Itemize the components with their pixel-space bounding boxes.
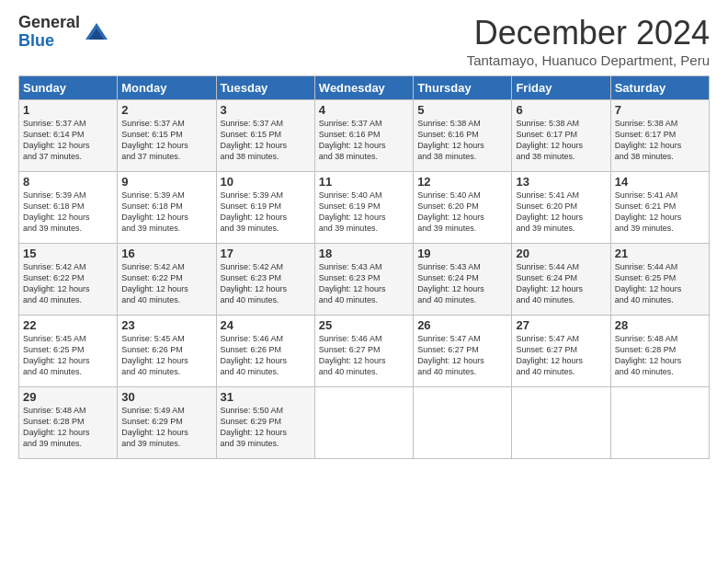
logo: General Blue [18,14,109,51]
day-number: 16 [121,247,211,260]
table-cell: 5Sunrise: 5:38 AM Sunset: 6:16 PM Daylig… [414,100,512,172]
day-number: 26 [417,318,507,332]
day-info: Sunrise: 5:44 AM Sunset: 6:25 PM Dayligh… [615,261,705,306]
day-info: Sunrise: 5:39 AM Sunset: 6:18 PM Dayligh… [23,190,113,235]
col-saturday: Saturday [610,76,709,100]
table-cell: 21Sunrise: 5:44 AM Sunset: 6:25 PM Dayli… [610,244,709,316]
day-number: 28 [615,318,705,332]
day-number: 19 [417,247,507,260]
table-cell: 8Sunrise: 5:39 AM Sunset: 6:18 PM Daylig… [19,172,118,244]
col-monday: Monday [118,76,216,100]
day-info: Sunrise: 5:45 AM Sunset: 6:26 PM Dayligh… [121,333,211,378]
day-number: 14 [615,175,705,189]
table-cell: 27Sunrise: 5:47 AM Sunset: 6:27 PM Dayli… [512,316,610,387]
table-cell: 25Sunrise: 5:46 AM Sunset: 6:27 PM Dayli… [314,316,413,387]
table-cell: 4Sunrise: 5:37 AM Sunset: 6:16 PM Daylig… [314,100,413,172]
table-row: 8Sunrise: 5:39 AM Sunset: 6:18 PM Daylig… [19,172,710,244]
calendar-page: General Blue December 2024 Tantamayo, Hu… [0,0,728,563]
table-cell: 15Sunrise: 5:42 AM Sunset: 6:22 PM Dayli… [19,244,118,316]
day-number: 31 [221,390,311,404]
day-info: Sunrise: 5:49 AM Sunset: 6:29 PM Dayligh… [121,405,211,450]
day-info: Sunrise: 5:45 AM Sunset: 6:25 PM Dayligh… [23,333,113,378]
day-info: Sunrise: 5:47 AM Sunset: 6:27 PM Dayligh… [516,333,606,378]
table-cell: 18Sunrise: 5:43 AM Sunset: 6:23 PM Dayli… [314,244,413,316]
day-info: Sunrise: 5:40 AM Sunset: 6:19 PM Dayligh… [319,190,409,235]
day-info: Sunrise: 5:39 AM Sunset: 6:19 PM Dayligh… [221,190,311,235]
day-number: 6 [516,103,606,117]
table-cell: 30Sunrise: 5:49 AM Sunset: 6:29 PM Dayli… [118,387,216,459]
header-row: Sunday Monday Tuesday Wednesday Thursday… [19,76,710,100]
table-cell: 6Sunrise: 5:38 AM Sunset: 6:17 PM Daylig… [512,100,610,172]
logo-general-text: General [18,14,80,32]
day-info: Sunrise: 5:38 AM Sunset: 6:17 PM Dayligh… [615,118,705,163]
table-cell [414,387,512,459]
day-number: 22 [23,318,113,332]
table-cell [314,387,413,459]
day-number: 23 [121,318,211,332]
col-thursday: Thursday [414,76,512,100]
day-info: Sunrise: 5:38 AM Sunset: 6:17 PM Dayligh… [516,118,606,163]
table-cell: 17Sunrise: 5:42 AM Sunset: 6:23 PM Dayli… [216,244,314,316]
day-number: 13 [516,175,606,189]
day-info: Sunrise: 5:43 AM Sunset: 6:24 PM Dayligh… [417,261,507,306]
day-number: 17 [221,247,311,260]
day-info: Sunrise: 5:39 AM Sunset: 6:18 PM Dayligh… [121,190,211,235]
table-cell: 23Sunrise: 5:45 AM Sunset: 6:26 PM Dayli… [118,316,216,387]
table-cell: 29Sunrise: 5:48 AM Sunset: 6:28 PM Dayli… [19,387,118,459]
day-number: 8 [23,175,113,189]
day-number: 18 [319,247,409,260]
day-info: Sunrise: 5:50 AM Sunset: 6:29 PM Dayligh… [221,405,311,450]
day-number: 25 [319,318,409,332]
table-cell: 31Sunrise: 5:50 AM Sunset: 6:29 PM Dayli… [216,387,314,459]
day-info: Sunrise: 5:42 AM Sunset: 6:22 PM Dayligh… [23,261,113,306]
day-info: Sunrise: 5:37 AM Sunset: 6:15 PM Dayligh… [121,118,211,163]
day-info: Sunrise: 5:46 AM Sunset: 6:27 PM Dayligh… [319,333,409,378]
table-cell: 22Sunrise: 5:45 AM Sunset: 6:25 PM Dayli… [19,316,118,387]
table-row: 1Sunrise: 5:37 AM Sunset: 6:14 PM Daylig… [19,100,710,172]
table-cell: 2Sunrise: 5:37 AM Sunset: 6:15 PM Daylig… [118,100,216,172]
day-info: Sunrise: 5:41 AM Sunset: 6:20 PM Dayligh… [516,190,606,235]
day-number: 3 [221,103,311,117]
day-info: Sunrise: 5:37 AM Sunset: 6:15 PM Dayligh… [221,118,311,163]
table-cell: 7Sunrise: 5:38 AM Sunset: 6:17 PM Daylig… [610,100,709,172]
day-number: 9 [121,175,211,189]
day-number: 5 [417,103,507,117]
logo-icon [84,19,109,45]
day-number: 7 [615,103,705,117]
table-cell: 26Sunrise: 5:47 AM Sunset: 6:27 PM Dayli… [414,316,512,387]
logo-blue-text: Blue [18,32,80,51]
subtitle: Tantamayo, Huanuco Department, Peru [467,52,710,68]
day-number: 30 [121,390,211,404]
day-info: Sunrise: 5:47 AM Sunset: 6:27 PM Dayligh… [417,333,507,378]
header: General Blue December 2024 Tantamayo, Hu… [18,14,710,68]
table-cell [512,387,610,459]
table-cell [610,387,709,459]
day-number: 4 [319,103,409,117]
day-number: 20 [516,247,606,260]
day-number: 15 [23,247,113,260]
table-cell: 1Sunrise: 5:37 AM Sunset: 6:14 PM Daylig… [19,100,118,172]
day-info: Sunrise: 5:41 AM Sunset: 6:21 PM Dayligh… [615,190,705,235]
col-friday: Friday [512,76,610,100]
col-sunday: Sunday [19,76,118,100]
day-info: Sunrise: 5:37 AM Sunset: 6:14 PM Dayligh… [23,118,113,163]
day-info: Sunrise: 5:44 AM Sunset: 6:24 PM Dayligh… [516,261,606,306]
table-cell: 9Sunrise: 5:39 AM Sunset: 6:18 PM Daylig… [118,172,216,244]
day-number: 29 [23,390,113,404]
col-tuesday: Tuesday [216,76,314,100]
day-info: Sunrise: 5:48 AM Sunset: 6:28 PM Dayligh… [615,333,705,378]
day-number: 24 [221,318,311,332]
title-area: December 2024 Tantamayo, Huanuco Departm… [467,14,710,68]
day-number: 2 [121,103,211,117]
table-cell: 3Sunrise: 5:37 AM Sunset: 6:15 PM Daylig… [216,100,314,172]
day-info: Sunrise: 5:40 AM Sunset: 6:20 PM Dayligh… [417,190,507,235]
day-info: Sunrise: 5:37 AM Sunset: 6:16 PM Dayligh… [319,118,409,163]
day-info: Sunrise: 5:46 AM Sunset: 6:26 PM Dayligh… [221,333,311,378]
col-wednesday: Wednesday [314,76,413,100]
table-row: 15Sunrise: 5:42 AM Sunset: 6:22 PM Dayli… [19,244,710,316]
day-number: 27 [516,318,606,332]
day-info: Sunrise: 5:38 AM Sunset: 6:16 PM Dayligh… [417,118,507,163]
table-cell: 24Sunrise: 5:46 AM Sunset: 6:26 PM Dayli… [216,316,314,387]
table-cell: 16Sunrise: 5:42 AM Sunset: 6:22 PM Dayli… [118,244,216,316]
table-cell: 13Sunrise: 5:41 AM Sunset: 6:20 PM Dayli… [512,172,610,244]
